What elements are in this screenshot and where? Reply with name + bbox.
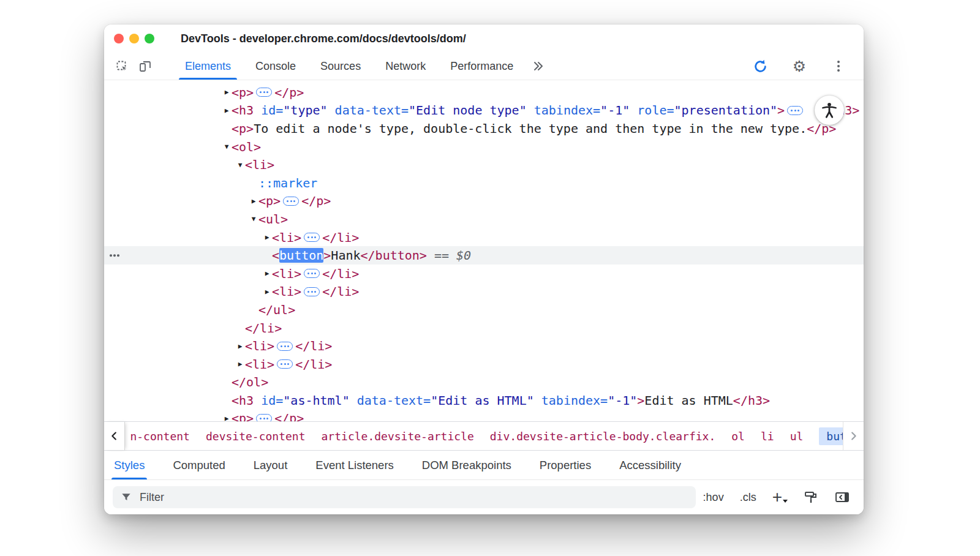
dom-tree-row[interactable]: </ul> bbox=[104, 301, 864, 319]
dom-tree-row[interactable]: ▼<ol> bbox=[104, 138, 864, 156]
minimize-button[interactable] bbox=[129, 34, 139, 43]
code-token-text: To edit a node's type, double-click the … bbox=[254, 121, 807, 136]
code-token-attr: tabindex= bbox=[534, 103, 600, 118]
breadcrumb-scroll-right-button[interactable] bbox=[843, 422, 864, 450]
inline-expand-icon[interactable] bbox=[256, 88, 272, 97]
traffic-lights bbox=[114, 24, 154, 53]
tab-computed[interactable]: Computed bbox=[173, 451, 225, 479]
code-token-text: Hank bbox=[331, 248, 360, 263]
code-token-plain bbox=[427, 248, 434, 263]
breadcrumb-item[interactable]: li bbox=[761, 430, 774, 443]
inline-expand-icon[interactable] bbox=[277, 359, 293, 369]
inspect-element-icon[interactable] bbox=[110, 55, 134, 77]
disclosure-collapsed-icon[interactable]: ▶ bbox=[235, 360, 245, 368]
inline-expand-icon[interactable] bbox=[283, 197, 299, 206]
inline-expand-icon[interactable] bbox=[304, 269, 320, 278]
inline-expand-icon[interactable] bbox=[304, 287, 320, 296]
disclosure-collapsed-icon[interactable]: ▶ bbox=[235, 342, 245, 350]
disclosure-expanded-icon[interactable]: ▼ bbox=[249, 215, 258, 223]
tab-dom-breakpoints[interactable]: DOM Breakpoints bbox=[422, 451, 511, 479]
dom-tree-row[interactable]: </ol> bbox=[104, 374, 864, 392]
breadcrumb-item[interactable]: div.devsite-article-body.clearfix. bbox=[490, 430, 715, 443]
dom-tree-row[interactable]: <p>To edit a node's type, double-click t… bbox=[104, 119, 864, 138]
dom-tree-row[interactable]: ▶<p></p> bbox=[104, 83, 864, 102]
styles-filter-field[interactable] bbox=[113, 486, 696, 508]
styles-filter-input[interactable] bbox=[138, 490, 688, 505]
disclosure-collapsed-icon[interactable]: ▶ bbox=[262, 233, 272, 241]
rendering-emulations-icon[interactable] bbox=[804, 490, 818, 505]
element-classes-button[interactable]: .cls bbox=[740, 491, 756, 504]
tab-sources[interactable]: Sources bbox=[308, 53, 373, 80]
kebab-menu-icon[interactable] bbox=[827, 55, 850, 77]
sync-icon[interactable] bbox=[748, 55, 772, 77]
breadcrumb-item[interactable]: article.devsite-article bbox=[322, 430, 474, 443]
breadcrumb-bar: n-content devsite-content article.devsit… bbox=[104, 421, 864, 450]
inline-expand-icon[interactable] bbox=[787, 106, 803, 115]
new-style-rule-button[interactable]: + bbox=[772, 490, 788, 504]
code-token-tag: </h3> bbox=[733, 393, 770, 408]
dom-tree-row[interactable]: ▶<li></li> bbox=[104, 265, 864, 283]
dom-tree-row[interactable]: ▶<li></li> bbox=[104, 228, 864, 247]
code-token-tag: < bbox=[272, 248, 279, 263]
inline-expand-icon[interactable] bbox=[277, 342, 293, 351]
dom-tree-row[interactable]: ▶<li></li> bbox=[104, 355, 864, 374]
dom-tree-row[interactable]: ::marker bbox=[104, 174, 864, 192]
code-token-val: "as-html" bbox=[283, 393, 349, 408]
disclosure-collapsed-icon[interactable]: ▶ bbox=[249, 197, 258, 205]
dom-tree-row[interactable]: ▶<li></li> bbox=[104, 283, 864, 301]
tab-styles[interactable]: Styles bbox=[114, 451, 145, 479]
dom-tree: ▶<p></p>▶<h3 id="type" data-text="Edit n… bbox=[104, 80, 864, 421]
more-panels-icon[interactable] bbox=[526, 53, 550, 80]
disclosure-collapsed-icon[interactable]: ▶ bbox=[222, 107, 232, 115]
tab-layout[interactable]: Layout bbox=[254, 451, 288, 479]
disclosure-collapsed-icon[interactable]: ▶ bbox=[262, 288, 272, 296]
dom-tree-row[interactable]: ▶<li></li> bbox=[104, 337, 864, 355]
dom-tree-row[interactable]: </li> bbox=[104, 319, 864, 337]
dom-tree-row[interactable]: ▶<p></p> bbox=[104, 410, 864, 421]
dom-tree-row[interactable]: ▼<li> bbox=[104, 156, 864, 174]
code-token-tag: </li> bbox=[295, 357, 332, 372]
row-more-actions-icon[interactable] bbox=[110, 254, 119, 257]
disclosure-expanded-icon[interactable]: ▼ bbox=[222, 143, 232, 151]
code-token-tag: </li> bbox=[245, 321, 282, 336]
settings-gear-icon[interactable]: ⚙ bbox=[788, 55, 811, 77]
tab-accessibility[interactable]: Accessibility bbox=[619, 451, 681, 479]
breadcrumb-item[interactable]: n-content bbox=[130, 430, 190, 443]
disclosure-collapsed-icon[interactable]: ▶ bbox=[262, 269, 272, 277]
code-token-tag: </p> bbox=[274, 85, 304, 100]
breadcrumb-item[interactable]: ol bbox=[731, 430, 745, 443]
dom-tree-row[interactable]: ▼<ul> bbox=[104, 210, 864, 228]
code-token-val: "Edit node type" bbox=[409, 103, 527, 118]
dom-tree-row-selected[interactable]: <button>Hank</button> == $0 bbox=[104, 246, 864, 265]
fullscreen-button[interactable] bbox=[145, 34, 154, 43]
code-token-tag: <p> bbox=[258, 193, 281, 208]
plus-icon: + bbox=[772, 490, 782, 504]
code-token-attr: tabindex= bbox=[541, 393, 608, 408]
dom-tree-row[interactable]: ▶<h3 id="type" data-text="Edit node type… bbox=[104, 102, 864, 120]
disclosure-expanded-icon[interactable]: ▼ bbox=[235, 161, 245, 169]
dom-tree-row[interactable]: <h3 id="as-html" data-text="Edit as HTML… bbox=[104, 391, 864, 410]
code-token-tag: <li> bbox=[272, 230, 301, 245]
tab-performance[interactable]: Performance bbox=[438, 53, 526, 80]
code-token-tag: <li> bbox=[245, 339, 274, 353]
inline-expand-icon[interactable] bbox=[304, 233, 320, 242]
breadcrumb-item-selected[interactable]: button bbox=[819, 427, 842, 445]
tab-console[interactable]: Console bbox=[243, 53, 308, 80]
breadcrumb-item[interactable]: devsite-content bbox=[206, 430, 306, 443]
breadcrumb-item[interactable]: ul bbox=[790, 430, 804, 443]
device-toolbar-icon[interactable] bbox=[134, 55, 157, 77]
tab-event-listeners[interactable]: Event Listeners bbox=[315, 451, 394, 479]
toggle-sidebar-icon[interactable] bbox=[834, 490, 850, 505]
toggle-element-state-button[interactable]: :hov bbox=[703, 491, 724, 504]
inline-expand-icon[interactable] bbox=[256, 414, 272, 421]
tab-properties[interactable]: Properties bbox=[540, 451, 591, 479]
disclosure-collapsed-icon[interactable]: ▶ bbox=[222, 88, 232, 96]
tab-network[interactable]: Network bbox=[373, 53, 438, 80]
tab-elements[interactable]: Elements bbox=[173, 53, 243, 80]
close-button[interactable] bbox=[114, 34, 124, 43]
breadcrumb-scroll-left-button[interactable] bbox=[104, 422, 125, 450]
disclosure-collapsed-icon[interactable]: ▶ bbox=[222, 415, 232, 421]
toolbar-right: ⚙ bbox=[748, 53, 864, 80]
dom-tree-row[interactable]: ▶<p></p> bbox=[104, 192, 864, 211]
code-token-text: Edit as HTML bbox=[644, 393, 733, 408]
